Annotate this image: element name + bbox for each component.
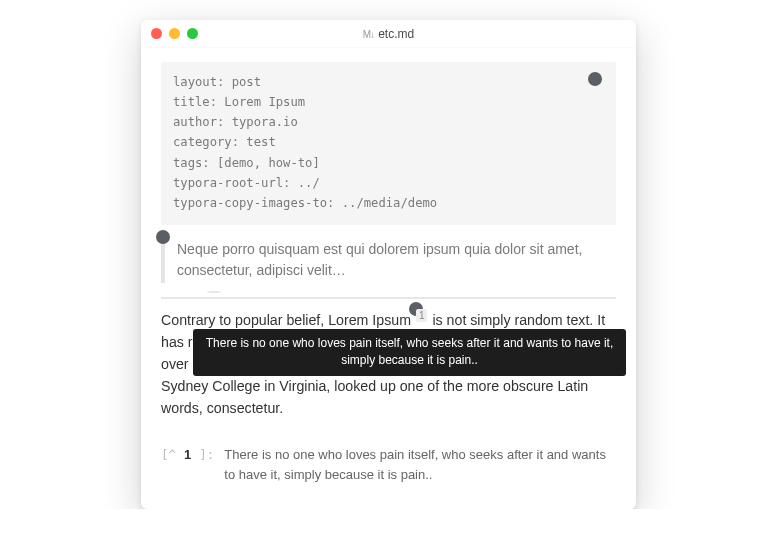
footnote-definition[interactable]: [^ 1 ]: There is no one who loves pain i… <box>161 445 616 485</box>
frontmatter-line[interactable]: author: typora.io <box>173 112 604 132</box>
frontmatter-line[interactable]: title: Lorem Ipsum <box>173 92 604 112</box>
annotation-dot-icon <box>588 72 602 86</box>
blockquote-text[interactable]: Neque porro quisquam est qui dolorem ips… <box>177 241 582 278</box>
footnote-reference[interactable]: 1 <box>416 309 428 322</box>
frontmatter-block[interactable]: layout: post title: Lorem Ipsum author: … <box>161 62 616 225</box>
footnote-text[interactable]: There is no one who loves pain itself, w… <box>224 445 616 485</box>
document-icon: M↓ <box>363 29 374 40</box>
titlebar: M↓etc.md <box>141 20 636 48</box>
footnote-marker-open[interactable]: [^ <box>161 445 176 464</box>
footnote-number[interactable]: 1 <box>176 445 199 465</box>
tooltip-text: There is no one who loves pain itself, w… <box>193 329 626 376</box>
footnote-tooltip: There is no one who loves pain itself, w… <box>193 329 626 376</box>
annotation-dot-icon <box>156 230 170 244</box>
editor-window: M↓etc.md layout: post title: Lorem Ipsum… <box>141 20 636 509</box>
traffic-lights <box>141 28 198 39</box>
annotation-dot-icon <box>207 291 221 293</box>
close-icon[interactable] <box>151 28 162 39</box>
paragraph[interactable]: Contrary to popular belief, Lorem Ipsum … <box>161 309 616 419</box>
frontmatter-line[interactable]: layout: post <box>173 72 604 92</box>
frontmatter-line[interactable]: typora-root-url: ../ <box>173 173 604 193</box>
window-title-text: etc.md <box>378 27 414 41</box>
frontmatter-line[interactable]: tags: [demo, how-to] <box>173 153 604 173</box>
maximize-icon[interactable] <box>187 28 198 39</box>
horizontal-rule[interactable] <box>161 297 616 299</box>
frontmatter-line[interactable]: category: test <box>173 132 604 152</box>
blockquote[interactable]: Neque porro quisquam est qui dolorem ips… <box>161 237 616 283</box>
footnote-marker-close[interactable]: ]: <box>199 445 214 464</box>
window-title: M↓etc.md <box>141 27 636 41</box>
editor-content[interactable]: layout: post title: Lorem Ipsum author: … <box>141 48 636 509</box>
frontmatter-line[interactable]: typora-copy-images-to: ../media/demo <box>173 193 604 213</box>
paragraph-text-pre[interactable]: Contrary to popular belief, Lorem Ipsum <box>161 312 415 328</box>
minimize-icon[interactable] <box>169 28 180 39</box>
